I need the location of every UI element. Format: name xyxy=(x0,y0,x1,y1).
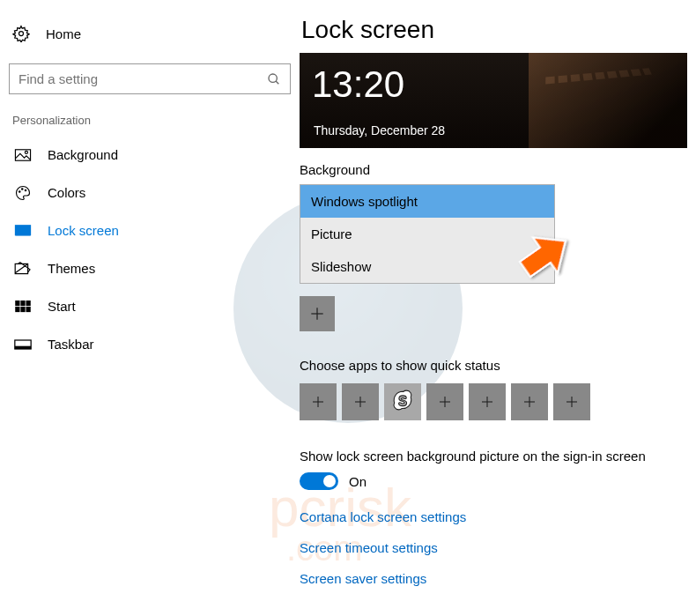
lockscreen-icon xyxy=(14,224,32,238)
background-label: Background xyxy=(300,162,696,177)
background-icon xyxy=(14,148,32,162)
lockscreen-preview: 13:20 Thursday, December 28 xyxy=(300,53,687,148)
preview-time: 13:20 xyxy=(312,63,404,106)
svg-point-7 xyxy=(25,189,26,191)
signin-bg-state: On xyxy=(349,474,367,489)
preview-date: Thursday, December 28 xyxy=(314,123,445,137)
sidebar-item-label: Start xyxy=(48,299,76,314)
sidebar-item-themes[interactable]: Themes xyxy=(9,249,291,287)
link-screen-timeout[interactable]: Screen timeout settings xyxy=(300,540,696,555)
signin-bg-toggle[interactable] xyxy=(300,472,338,490)
svg-rect-19 xyxy=(15,345,31,348)
section-title: Personalization xyxy=(9,114,291,127)
background-dropdown[interactable]: Windows spotlight Picture Slideshow xyxy=(300,184,555,284)
svg-rect-14 xyxy=(26,301,31,306)
sidebar-item-label: Colors xyxy=(48,185,85,200)
home-label: Home xyxy=(46,26,81,41)
start-icon xyxy=(14,300,32,314)
svg-rect-9 xyxy=(15,233,30,235)
search-input[interactable] xyxy=(9,63,291,94)
quick-status-add[interactable] xyxy=(469,383,506,420)
sidebar-item-lockscreen[interactable]: Lock screen xyxy=(9,212,291,249)
svg-line-2 xyxy=(276,81,278,84)
sidebar-item-label: Background xyxy=(48,147,118,162)
svg-line-11 xyxy=(15,263,27,272)
taskbar-icon xyxy=(14,338,32,352)
arrow-cursor-annotation xyxy=(512,229,574,294)
search-field[interactable] xyxy=(19,71,267,86)
sidebar-item-taskbar[interactable]: Taskbar xyxy=(9,325,291,363)
add-detailed-status-button[interactable] xyxy=(300,296,335,331)
dropdown-option-spotlight[interactable]: Windows spotlight xyxy=(300,185,554,218)
svg-point-1 xyxy=(269,74,277,82)
quick-status-app-skype[interactable] xyxy=(384,383,421,420)
svg-rect-15 xyxy=(15,307,19,312)
quick-status-add[interactable] xyxy=(426,383,463,420)
sidebar-item-colors[interactable]: Colors xyxy=(9,174,291,212)
svg-rect-13 xyxy=(20,301,25,306)
quick-status-label: Choose apps to show quick status xyxy=(300,358,696,373)
svg-point-4 xyxy=(25,151,27,153)
page-title: Lock screen xyxy=(301,16,696,44)
quick-status-row xyxy=(300,383,696,420)
svg-rect-3 xyxy=(15,149,30,160)
search-icon xyxy=(267,72,281,86)
home-button[interactable]: Home xyxy=(9,19,291,48)
sidebar-item-label: Taskbar xyxy=(48,337,94,352)
signin-bg-label: Show lock screen background picture on t… xyxy=(300,449,696,464)
svg-rect-12 xyxy=(15,301,19,306)
svg-point-6 xyxy=(22,188,24,189)
quick-status-add[interactable] xyxy=(553,383,590,420)
quick-status-add[interactable] xyxy=(300,383,337,420)
skype-icon xyxy=(391,389,414,415)
sidebar: Home Personalization Background Colors L… xyxy=(0,0,300,616)
svg-rect-17 xyxy=(26,307,31,312)
quick-status-add[interactable] xyxy=(342,383,379,420)
gear-icon xyxy=(12,25,30,42)
sidebar-item-label: Lock screen xyxy=(48,223,119,238)
main-content: Lock screen 13:20 Thursday, December 28 … xyxy=(300,0,696,616)
sidebar-item-label: Themes xyxy=(48,261,95,276)
svg-point-5 xyxy=(19,190,21,192)
link-cortana-settings[interactable]: Cortana lock screen settings xyxy=(300,509,696,524)
sidebar-item-background[interactable]: Background xyxy=(9,136,291,174)
svg-rect-16 xyxy=(20,307,25,312)
themes-icon xyxy=(14,262,32,276)
link-screen-saver[interactable]: Screen saver settings xyxy=(300,571,696,586)
svg-point-0 xyxy=(19,32,24,36)
quick-status-add[interactable] xyxy=(511,383,548,420)
colors-icon xyxy=(14,186,32,200)
sidebar-item-start[interactable]: Start xyxy=(9,287,291,325)
